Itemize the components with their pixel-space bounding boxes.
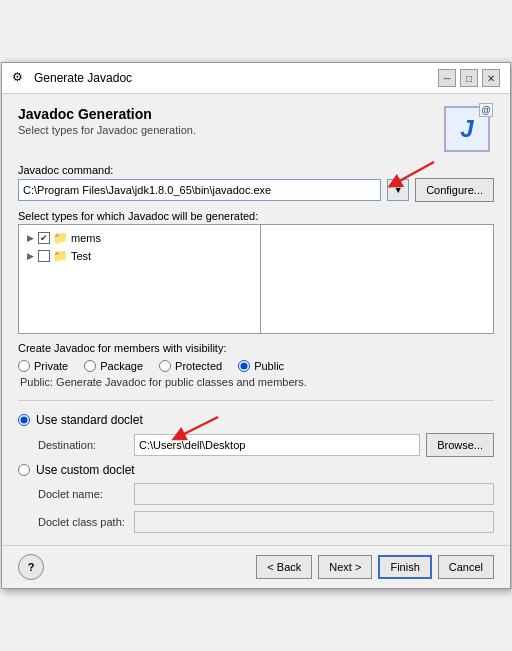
visibility-label: Create Javadoc for members with visibili…: [18, 342, 494, 354]
javadoc-command-row: ▼ Configure...: [18, 178, 494, 202]
javadoc-command-label: Javadoc command:: [18, 164, 494, 176]
standard-doclet-label: Use standard doclet: [36, 413, 143, 427]
combo-dropdown-button[interactable]: ▼: [387, 179, 409, 201]
radio-package[interactable]: Package: [84, 360, 143, 372]
visibility-note: Public: Generate Javadoc for public clas…: [20, 376, 494, 388]
footer-buttons: < Back Next > Finish Cancel: [256, 555, 494, 579]
folder-icon-mems: 📁: [53, 231, 68, 245]
separator-1: [18, 400, 494, 401]
browse-button[interactable]: Browse...: [426, 433, 494, 457]
cancel-button[interactable]: Cancel: [438, 555, 494, 579]
javadoc-command-section: Javadoc command: ▼ Configure...: [18, 164, 494, 202]
detail-pane: [261, 225, 494, 333]
dialog-window: ⚙ Generate Javadoc ─ □ ✕ Javadoc Generat…: [1, 62, 511, 589]
finish-button[interactable]: Finish: [378, 555, 431, 579]
radio-public-label: Public: [254, 360, 284, 372]
types-panel: ▶ ✔ 📁 mems ▶ 📁 Test: [18, 224, 494, 334]
back-button[interactable]: < Back: [256, 555, 312, 579]
radio-private-input[interactable]: [18, 360, 30, 372]
destination-row: Destination: Browse...: [38, 433, 494, 457]
checkbox-mems[interactable]: ✔: [38, 232, 50, 244]
javadoc-logo: @ J: [444, 106, 494, 156]
radio-protected[interactable]: Protected: [159, 360, 222, 372]
custom-doclet-item[interactable]: Use custom doclet: [18, 463, 494, 477]
logo-letter: J: [460, 115, 473, 143]
help-button[interactable]: ?: [18, 554, 44, 580]
dialog-icon: ⚙: [12, 70, 28, 86]
expand-test[interactable]: ▶: [25, 251, 35, 261]
logo-box: @ J: [444, 106, 490, 152]
header-section: Javadoc Generation Select types for Java…: [18, 106, 494, 156]
radio-protected-input[interactable]: [159, 360, 171, 372]
page-title: Javadoc Generation: [18, 106, 196, 122]
expand-mems[interactable]: ▶: [25, 233, 35, 243]
radio-public[interactable]: Public: [238, 360, 284, 372]
minimize-button[interactable]: ─: [438, 69, 456, 87]
radio-package-label: Package: [100, 360, 143, 372]
doclet-classpath-label: Doclet class path:: [38, 516, 128, 528]
title-bar: ⚙ Generate Javadoc ─ □ ✕: [2, 63, 510, 94]
radio-private[interactable]: Private: [18, 360, 68, 372]
types-section: Select types for which Javadoc will be g…: [18, 210, 494, 334]
doclet-name-input[interactable]: [134, 483, 494, 505]
radio-custom-doclet[interactable]: [18, 464, 30, 476]
tree-item-test[interactable]: ▶ 📁 Test: [23, 247, 256, 265]
tree-pane[interactable]: ▶ ✔ 📁 mems ▶ 📁 Test: [19, 225, 261, 333]
radio-public-input[interactable]: [238, 360, 250, 372]
label-mems: mems: [71, 232, 101, 244]
visibility-radio-row: Private Package Protected Public: [18, 360, 494, 372]
at-badge: @: [479, 103, 493, 117]
javadoc-command-input[interactable]: [18, 179, 381, 201]
radio-protected-label: Protected: [175, 360, 222, 372]
custom-doclet-label: Use custom doclet: [36, 463, 135, 477]
dialog-body: Javadoc Generation Select types for Java…: [2, 94, 510, 545]
page-subtitle: Select types for Javadoc generation.: [18, 124, 196, 136]
radio-package-input[interactable]: [84, 360, 96, 372]
close-button[interactable]: ✕: [482, 69, 500, 87]
maximize-button[interactable]: □: [460, 69, 478, 87]
radio-standard-doclet[interactable]: [18, 414, 30, 426]
dialog-footer: ? < Back Next > Finish Cancel: [2, 545, 510, 588]
doclet-section: Use standard doclet Destination: Browse.…: [18, 413, 494, 533]
title-bar-controls: ─ □ ✕: [438, 69, 500, 87]
title-bar-text: Generate Javadoc: [34, 71, 432, 85]
checkbox-test[interactable]: [38, 250, 50, 262]
radio-private-label: Private: [34, 360, 68, 372]
doclet-classpath-input[interactable]: [134, 511, 494, 533]
configure-button[interactable]: Configure...: [415, 178, 494, 202]
types-section-label: Select types for which Javadoc will be g…: [18, 210, 494, 222]
doclet-name-row: Doclet name:: [38, 483, 494, 505]
destination-label: Destination:: [38, 439, 128, 451]
label-test: Test: [71, 250, 91, 262]
standard-doclet-item[interactable]: Use standard doclet: [18, 413, 494, 427]
folder-icon-test: 📁: [53, 249, 68, 263]
doclet-name-label: Doclet name:: [38, 488, 128, 500]
visibility-section: Create Javadoc for members with visibili…: [18, 342, 494, 388]
doclet-classpath-row: Doclet class path:: [38, 511, 494, 533]
next-button[interactable]: Next >: [318, 555, 372, 579]
destination-input[interactable]: [134, 434, 420, 456]
header-text: Javadoc Generation Select types for Java…: [18, 106, 196, 136]
tree-item-mems[interactable]: ▶ ✔ 📁 mems: [23, 229, 256, 247]
